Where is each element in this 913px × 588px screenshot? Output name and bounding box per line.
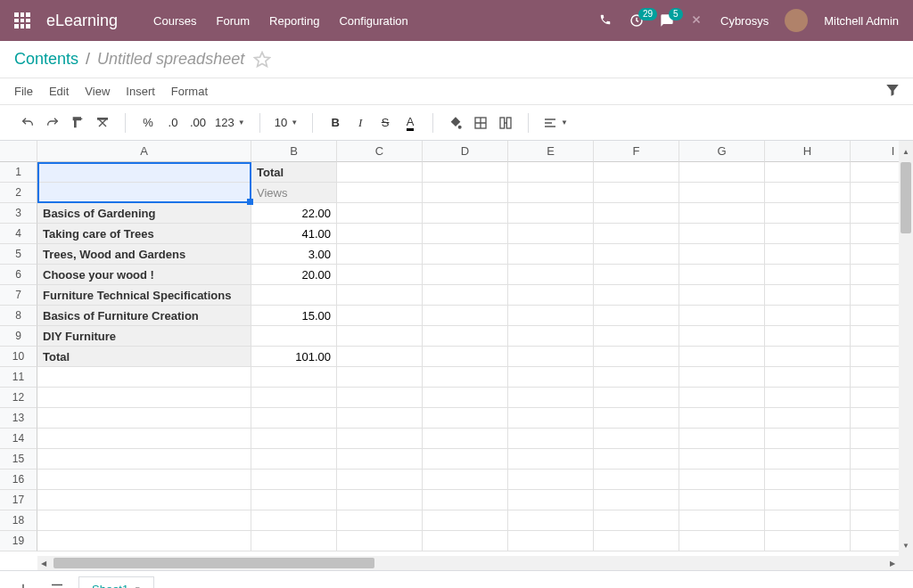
cell[interactable] <box>765 285 851 306</box>
strike-button[interactable]: S <box>374 111 397 135</box>
cell[interactable] <box>508 367 594 388</box>
cell[interactable] <box>337 203 423 224</box>
cell[interactable] <box>679 388 765 408</box>
cell[interactable] <box>765 306 851 326</box>
cell[interactable] <box>251 408 337 429</box>
cell[interactable] <box>423 326 508 347</box>
select-all-corner[interactable] <box>0 141 37 162</box>
cell[interactable] <box>423 510 508 531</box>
cell[interactable] <box>594 347 679 367</box>
cell[interactable] <box>37 510 251 531</box>
cell[interactable] <box>423 285 508 306</box>
cell[interactable] <box>251 490 337 510</box>
cell[interactable] <box>37 408 251 429</box>
cell[interactable] <box>765 367 851 388</box>
cell[interactable] <box>337 408 423 429</box>
cell[interactable] <box>251 531 337 551</box>
row-header[interactable]: 2 <box>0 183 37 203</box>
phone-icon[interactable] <box>599 13 613 28</box>
fill-color-icon[interactable] <box>444 111 467 135</box>
align-button[interactable]: ▼ <box>539 111 572 135</box>
sheet-tab[interactable]: Sheet1 ▼ <box>78 576 154 589</box>
cell[interactable] <box>37 531 251 551</box>
nav-link-configuration[interactable]: Configuration <box>339 14 407 28</box>
row-header[interactable]: 7 <box>0 285 37 306</box>
cell[interactable] <box>594 306 679 326</box>
cell[interactable] <box>423 408 508 429</box>
menu-view[interactable]: View <box>85 85 110 98</box>
col-header[interactable]: G <box>679 141 765 162</box>
cell[interactable] <box>251 510 337 531</box>
cell[interactable] <box>251 367 337 388</box>
cell[interactable] <box>594 388 679 408</box>
cell[interactable] <box>765 224 851 244</box>
cell[interactable] <box>337 244 423 265</box>
cell[interactable] <box>679 531 765 551</box>
cell[interactable] <box>337 388 423 408</box>
row-header[interactable]: 18 <box>0 510 37 531</box>
cell[interactable]: Views <box>251 183 337 203</box>
username[interactable]: Mitchell Admin <box>824 14 899 28</box>
cell[interactable] <box>37 429 251 449</box>
add-sheet-button[interactable] <box>11 576 36 589</box>
cell[interactable] <box>508 531 594 551</box>
number-format-button[interactable]: 123▼ <box>211 111 249 135</box>
cell[interactable] <box>37 470 251 490</box>
cell[interactable] <box>679 367 765 388</box>
row-header[interactable]: 13 <box>0 408 37 429</box>
cell[interactable] <box>251 449 337 470</box>
cell[interactable] <box>679 306 765 326</box>
cell[interactable]: 41.00 <box>251 224 337 244</box>
cell[interactable] <box>679 244 765 265</box>
cell[interactable] <box>765 388 851 408</box>
cell[interactable] <box>37 162 251 183</box>
cell[interactable] <box>765 449 851 470</box>
scroll-up-icon[interactable]: ▲ <box>899 144 913 159</box>
activity-icon[interactable]: 29 <box>629 13 644 28</box>
cell[interactable] <box>594 429 679 449</box>
cell[interactable] <box>423 429 508 449</box>
cell[interactable] <box>679 203 765 224</box>
row-header[interactable]: 5 <box>0 244 37 265</box>
scrollbar-vertical[interactable]: ▲ ▼ <box>899 141 913 570</box>
cell[interactable] <box>337 510 423 531</box>
cell[interactable] <box>337 326 423 347</box>
cell[interactable] <box>37 449 251 470</box>
undo-icon[interactable] <box>16 111 39 135</box>
scroll-down-icon[interactable]: ▼ <box>899 538 913 552</box>
cell[interactable] <box>251 388 337 408</box>
menu-edit[interactable]: Edit <box>49 85 69 98</box>
italic-button[interactable]: I <box>349 111 372 135</box>
cell[interactable] <box>423 490 508 510</box>
nav-link-forum[interactable]: Forum <box>217 14 251 28</box>
text-color-button[interactable]: A <box>399 111 422 135</box>
cell[interactable] <box>508 347 594 367</box>
cell[interactable] <box>251 326 337 347</box>
cell[interactable]: Taking care of Trees <box>37 224 251 244</box>
cell[interactable] <box>594 224 679 244</box>
cell[interactable] <box>679 265 765 285</box>
percent-button[interactable]: % <box>136 111 160 135</box>
cell[interactable] <box>765 244 851 265</box>
cell[interactable] <box>679 490 765 510</box>
cell[interactable] <box>765 470 851 490</box>
cell[interactable] <box>679 224 765 244</box>
cell[interactable] <box>594 449 679 470</box>
cell[interactable] <box>765 490 851 510</box>
cell[interactable] <box>765 265 851 285</box>
cell[interactable] <box>508 510 594 531</box>
font-size-button[interactable]: 10▼ <box>271 111 301 135</box>
col-header[interactable]: A <box>37 141 251 162</box>
cell[interactable] <box>423 244 508 265</box>
cell[interactable] <box>423 224 508 244</box>
cell[interactable] <box>508 244 594 265</box>
cell[interactable]: 101.00 <box>251 347 337 367</box>
all-sheets-button[interactable] <box>45 576 70 589</box>
cell[interactable] <box>423 347 508 367</box>
cell[interactable] <box>508 490 594 510</box>
cell[interactable] <box>337 265 423 285</box>
cell[interactable] <box>508 470 594 490</box>
menu-file[interactable]: File <box>14 85 33 98</box>
cell[interactable] <box>679 449 765 470</box>
cell[interactable] <box>508 265 594 285</box>
